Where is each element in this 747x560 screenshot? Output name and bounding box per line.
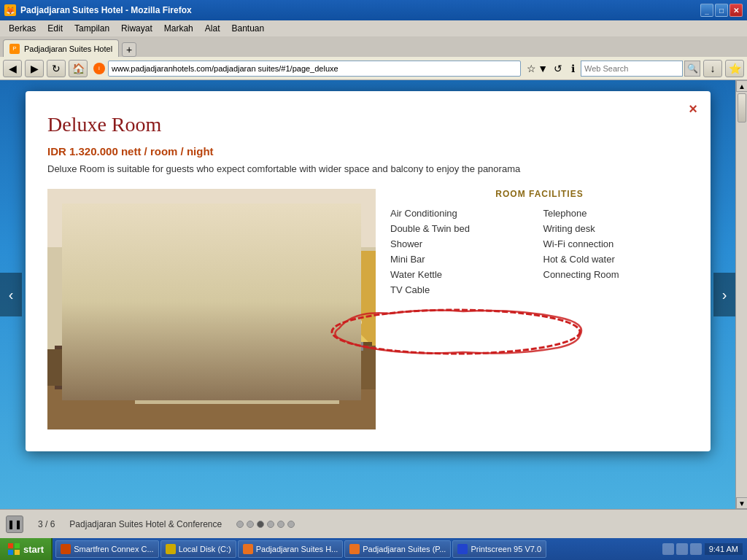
facilities-section: ROOM FACILITIES Air Conditioning Telepho… <box>390 189 689 429</box>
taskbar-right: 9:41 AM <box>658 543 747 555</box>
system-tray <box>662 543 702 555</box>
new-tab-button[interactable]: + <box>122 42 136 57</box>
facility-writing-desk: Writing desk <box>543 223 689 234</box>
svg-rect-15 <box>343 342 372 346</box>
slide-dot-3[interactable] <box>257 521 264 528</box>
bookmark-star[interactable]: ☆ <box>527 63 536 74</box>
slide-dot-6[interactable] <box>287 521 295 528</box>
search-input[interactable] <box>581 61 683 77</box>
taskbar-item-padjadjaran2[interactable]: Padjadjaran Suites (P... <box>344 540 451 558</box>
back-button[interactable]: ◀ <box>3 60 22 77</box>
volume-icon <box>676 543 688 555</box>
svg-rect-13 <box>128 309 347 338</box>
taskbar: start Smartfren Connex C... Local Disk (… <box>0 538 747 560</box>
slide-dot-4[interactable] <box>267 521 274 528</box>
localdisk-icon <box>166 544 176 554</box>
system-clock: 9:41 AM <box>705 543 743 555</box>
scrollbar[interactable]: ▲ ▼ <box>735 80 747 509</box>
bookmark-buttons: ☆ ▼ <box>527 63 548 74</box>
menu-berkas[interactable]: Berkas <box>3 22 42 35</box>
facility-air-conditioning: Air Conditioning <box>390 208 536 219</box>
start-button[interactable]: start <box>0 538 53 560</box>
svg-rect-24 <box>350 324 352 342</box>
svg-point-22 <box>306 338 321 353</box>
svg-rect-14 <box>339 346 376 389</box>
home-button[interactable]: 🏠 <box>69 60 88 77</box>
padjadjaran2-icon <box>349 544 360 554</box>
scroll-up-button[interactable]: ▲ <box>736 80 747 92</box>
menu-markah[interactable]: Markah <box>158 22 199 35</box>
taskbar-item-printscreen[interactable]: Printscreen 95 V7.0 <box>452 540 546 558</box>
downloads-button[interactable]: ↓ <box>703 60 722 77</box>
scroll-down-button[interactable]: ▼ <box>736 497 747 509</box>
forward-button[interactable]: ▶ <box>25 60 44 77</box>
tab-padjadjaran[interactable]: P Padjadjaran Suites Hotel <box>3 39 119 57</box>
battery-icon <box>690 543 702 555</box>
address-bar: ◀ ▶ ↻ 🏠 i ☆ ▼ ↺ ℹ 🔍 ↓ ⭐ <box>0 57 747 80</box>
room-modal: × Deluxe Room IDR 1.320.000 nett / room … <box>26 91 711 451</box>
svg-rect-9 <box>135 331 339 353</box>
smartfren-icon <box>61 544 71 554</box>
menu-bantuan[interactable]: Bantuan <box>225 22 270 35</box>
svg-rect-0 <box>47 189 376 276</box>
slide-next-button[interactable]: › <box>713 273 735 316</box>
svg-rect-27 <box>8 543 13 548</box>
facility-shower: Shower <box>390 238 536 249</box>
search-box: 🔍 <box>581 61 700 77</box>
facility-connecting-room: Connecting Room <box>543 269 689 280</box>
browser-content: ‹ × Deluxe Room IDR 1.320.000 nett / roo… <box>0 80 747 509</box>
pause-button[interactable]: ❚❚ <box>6 516 23 533</box>
menu-tampilan[interactable]: Tampilan <box>69 22 115 35</box>
modal-description: Deluxe Room is suitable for guests who e… <box>47 163 689 174</box>
reload-button[interactable]: ↻ <box>47 60 66 77</box>
close-button[interactable]: ✕ <box>729 4 743 17</box>
slide-dot-1[interactable] <box>236 521 244 528</box>
bookmark-arrow[interactable]: ▼ <box>538 63 548 74</box>
facility-hot-cold: Hot & Cold water <box>543 254 689 265</box>
slide-dot-2[interactable] <box>247 521 254 528</box>
network-icon <box>662 543 674 555</box>
refresh-icon[interactable]: ↺ <box>554 63 562 74</box>
scrollbar-thumb[interactable] <box>738 93 746 122</box>
taskbar-item-padjadjaran1[interactable]: Padjadjaran Suites H... <box>238 540 344 558</box>
menu-edit[interactable]: Edit <box>42 22 69 35</box>
modal-close-button[interactable]: × <box>684 100 702 117</box>
svg-rect-23 <box>310 357 313 368</box>
slide-dot-5[interactable] <box>277 521 285 528</box>
printscreen-icon <box>457 544 468 554</box>
bookmarks-button[interactable]: ⭐ <box>725 60 744 77</box>
printscreen-label: Printscreen 95 V7.0 <box>471 545 541 553</box>
window-title: Padjadjaran Suites Hotel - Mozilla Firef… <box>20 5 700 15</box>
facility-tv-cable: TV Cable <box>390 284 536 295</box>
svg-rect-28 <box>15 543 20 548</box>
facility-water-kettle: Water Kettle <box>390 269 536 280</box>
minimize-button[interactable]: _ <box>700 4 713 17</box>
menu-alat[interactable]: Alat <box>199 22 226 35</box>
facilities-grid: Air Conditioning Telephone Double & Twin… <box>390 208 689 295</box>
svg-rect-8 <box>135 331 339 404</box>
svg-rect-10 <box>142 335 201 371</box>
facility-telephone: Telephone <box>543 208 689 219</box>
svg-point-25 <box>340 316 362 328</box>
address-input[interactable] <box>108 61 521 77</box>
facility-wifi: Wi-Fi connection <box>543 238 689 249</box>
maximize-button[interactable]: □ <box>715 4 728 17</box>
tab-bar: P Padjadjaran Suites Hotel + <box>0 36 747 57</box>
localdisk-label: Local Disk (C:) <box>179 545 231 553</box>
svg-rect-6 <box>244 251 259 360</box>
svg-rect-1 <box>47 247 376 393</box>
taskbar-item-localdisk[interactable]: Local Disk (C:) <box>160 540 236 558</box>
taskbar-item-smartfren[interactable]: Smartfren Connex C... <box>55 540 158 558</box>
windows-logo <box>7 542 20 556</box>
room-image <box>47 189 376 429</box>
window-controls: _ □ ✕ <box>700 4 743 17</box>
slide-prev-button[interactable]: ‹ <box>0 273 22 316</box>
search-button[interactable]: 🔍 <box>684 61 700 77</box>
menu-riwayat[interactable]: Riwayat <box>115 22 158 35</box>
padjadjaran1-label: Padjadjaran Suites H... <box>256 545 338 553</box>
facilities-title: ROOM FACILITIES <box>390 189 689 199</box>
facility-empty <box>543 284 689 295</box>
svg-rect-20 <box>47 349 113 386</box>
slide-counter: 3 / 6 <box>38 519 55 529</box>
svg-rect-18 <box>55 346 128 389</box>
